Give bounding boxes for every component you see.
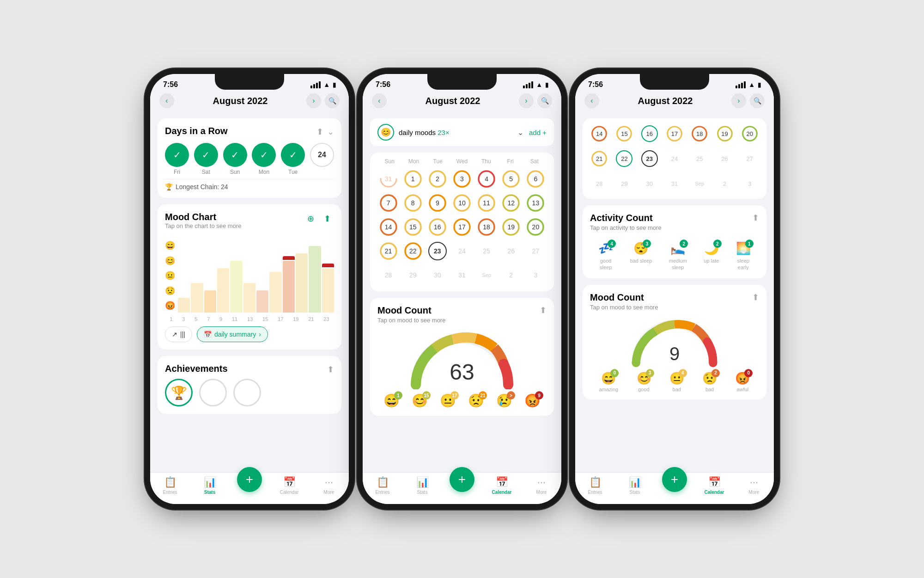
cal-day-6[interactable]: 6 [525,168,547,190]
activity-medium-sleep[interactable]: 🛌 2 mediumsleep [669,241,687,271]
forward-button-3[interactable]: › [731,93,746,108]
cal-day-16[interactable]: 16 [426,216,448,238]
daily-summary-button[interactable]: 📅 daily summary › [197,326,268,342]
cal-day-21[interactable]: 21 [377,240,399,262]
filter-label: daily moods 23× [399,129,450,136]
forward-button-2[interactable]: › [519,93,534,108]
mood-item-worse[interactable]: 😢 > [496,393,512,408]
mood-count-title-2: Mood Count [377,305,445,316]
cal-day-1[interactable]: 1 [402,168,424,190]
cal-day-23[interactable]: 23 [426,240,448,262]
cal-day-19[interactable]: 19 [500,216,522,238]
back-button-2[interactable]: ‹ [372,93,387,108]
day-circle-sun: ✓ [223,143,247,167]
cal-day-12[interactable]: 12 [500,192,522,214]
day-sun: ✓ Sun [223,143,247,175]
tab-calendar-3[interactable]: 📅 Calendar [694,476,734,495]
cal-day-5[interactable]: 5 [500,168,522,190]
activity-good-sleep[interactable]: 💤 4 goodsleep [598,241,613,271]
cal-day-9[interactable]: 9 [426,192,448,214]
chart-x-labels: 1357911 131517192123 [165,316,334,322]
day-circle-mon: ✓ [252,143,276,167]
share-achievements-icon[interactable]: ⬆ [327,364,334,375]
cal-day-11[interactable]: 11 [476,192,498,214]
cal-day-8[interactable]: 8 [402,192,424,214]
back-button-1[interactable]: ‹ [159,93,174,108]
tab-stats-2[interactable]: 📊 Stats [402,476,442,495]
zoom-button[interactable]: ⊕ [304,212,317,226]
bar-9 [283,239,295,313]
cal-day-22[interactable]: 22 [402,240,424,262]
tab-add-1[interactable]: + [230,476,269,495]
cal-day-20[interactable]: 20 [525,216,547,238]
mood-item-awful[interactable]: 😡 9 [524,393,541,408]
tab-stats-1[interactable]: 📊 Stats [190,476,230,495]
tab-more-3[interactable]: ··· More [734,476,774,495]
mood-item-3-bad[interactable]: 😟 2 bad [702,371,717,392]
cal-day-17[interactable]: 17 [451,216,473,238]
add-button-1[interactable]: + [237,467,262,492]
cal-day-2[interactable]: 2 [426,168,448,190]
expand-icon-days[interactable]: ⌄ [327,127,334,137]
search-button-1[interactable]: 🔍 [325,93,340,108]
tab-calendar-1[interactable]: 📅 Calendar [269,476,309,495]
tab-add-3[interactable]: + [655,476,694,495]
cal-day-31-prev[interactable]: 31 [377,168,399,190]
filter-bar: 😊 daily moods 23× ⌄ add + [370,118,554,146]
mood-item-neutral[interactable]: 😐 17 [440,393,456,408]
activity-up-late[interactable]: 🌙 2 up late [704,241,719,271]
forward-button-1[interactable]: › [306,93,321,108]
cal-day-18[interactable]: 18 [476,216,498,238]
mood-item-bad[interactable]: 😟 21 [468,393,484,408]
tab-entries-1[interactable]: 📋 Entries [150,476,190,495]
cal-day-7[interactable]: 7 [377,192,399,214]
cal-day-3[interactable]: 3 [451,168,473,190]
achievements-row: 🏆 [165,379,334,406]
share-activity-icon[interactable]: ⬆ [752,213,759,223]
cal-ring-today-2: 23 [428,242,447,260]
share-mood3-icon[interactable]: ⬆ [752,292,759,302]
tab-more-2[interactable]: ··· More [522,476,561,495]
day-label-sat: Sat [202,169,210,175]
mood-item-3-amazing[interactable]: 😄 0 amazing [599,371,619,392]
share-mood-count-icon[interactable]: ⬆ [540,305,547,315]
tab-more-1[interactable]: ··· More [309,476,349,495]
chevron-down-icon[interactable]: ⌄ [517,128,523,137]
cal-day-14[interactable]: 14 [377,216,399,238]
back-button-3[interactable]: ‹ [584,93,599,108]
share-icon-days[interactable]: ⬆ [316,127,323,137]
search-button-2[interactable]: 🔍 [537,93,552,108]
tab-add-2[interactable]: + [442,476,482,495]
cal-day-headers-2: SunMonTueWedThuFriSat [377,158,547,165]
cal-day-24: 24 [451,240,473,262]
bar-11 [309,239,321,313]
cal-day-10[interactable]: 10 [451,192,473,214]
tab-bar-3: 📋 Entries 📊 Stats + 📅 Calendar ··· More [575,472,774,504]
tab-entries-2[interactable]: 📋 Entries [363,476,402,495]
cal-ring-31p: 31 [379,170,398,188]
cal-day-4[interactable]: 4 [476,168,498,190]
share-chart-button[interactable]: ⬆ [320,212,334,226]
line-chart-button[interactable]: ↗ ||| [165,326,192,342]
mood-item-amazing[interactable]: 😄 1 [383,393,400,408]
activity-bad-sleep[interactable]: 😴 3 bad sleep [630,241,652,271]
mood-item-3-good[interactable]: 😊 3 good [637,371,651,392]
tab-stats-3[interactable]: 📊 Stats [615,476,655,495]
mood-chart-area[interactable]: 😄 😊 😐 😟 😡 [165,239,334,313]
add-button-3[interactable]: + [662,467,687,492]
search-button-3[interactable]: 🔍 [750,93,765,108]
tab-calendar-2[interactable]: 📅 Calendar [482,476,522,495]
cal-day-15[interactable]: 15 [402,216,424,238]
mood-chart-title: Mood Chart [165,212,216,222]
mood-count-subtitle-3: Tap on mood to see more [590,304,658,311]
wifi-icon-2: ▲ [536,81,542,88]
add-button-2[interactable]: + [450,467,474,492]
mood-item-3-neutral[interactable]: 😐 4 bad [669,371,684,392]
mood-item-3-awful[interactable]: 😡 0 awful [735,371,750,392]
add-mood-button[interactable]: add + [529,129,547,136]
cal-day-13[interactable]: 13 [525,192,547,214]
activity-sleep-early[interactable]: 🌅 1 sleepearly [736,241,751,271]
calendar-label-3: Calendar [705,490,724,495]
mood-item-good[interactable]: 😊 15 [412,393,428,408]
tab-entries-3[interactable]: 📋 Entries [575,476,615,495]
